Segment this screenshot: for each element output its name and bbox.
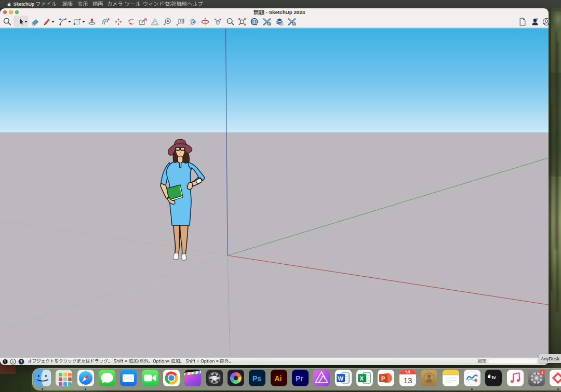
svg-text:13: 13: [403, 376, 412, 385]
svg-text:W: W: [338, 375, 343, 382]
svg-text:A1: A1: [180, 20, 183, 23]
svg-text:Ai: Ai: [274, 374, 282, 383]
svg-text:P: P: [381, 375, 385, 382]
svg-text:Ps: Ps: [252, 374, 261, 383]
svg-text:tv: tv: [492, 375, 496, 380]
svg-text:?: ?: [20, 359, 23, 364]
svg-text:1: 1: [541, 370, 543, 375]
svg-text:Pr: Pr: [296, 374, 303, 383]
svg-text:X: X: [360, 375, 364, 382]
